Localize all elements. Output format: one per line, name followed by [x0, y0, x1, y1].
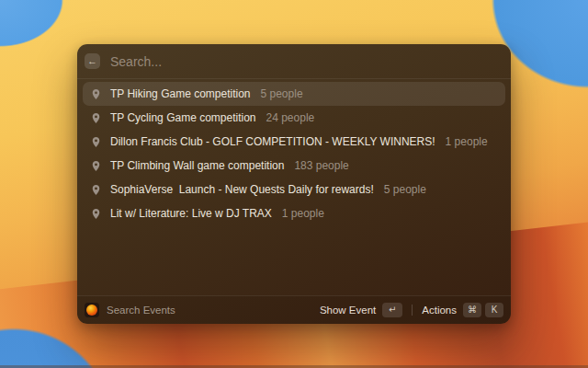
location-pin-icon — [90, 88, 102, 100]
extension-icon — [85, 303, 99, 317]
footer-divider — [412, 305, 413, 316]
event-title: TP Climbing Wall game competition — [110, 159, 284, 172]
footer-bar: Search Events Show Event ↵ Actions ⌘ K — [77, 295, 511, 324]
return-key-icon: ↵ — [382, 303, 402, 317]
event-people-count: 183 people — [294, 159, 348, 172]
event-row[interactable]: Dillon Francis Club - GOLF COMPETITION -… — [83, 130, 505, 154]
show-event-label: Show Event — [320, 305, 376, 316]
search-window: ← TP Hiking Game competition 5 people TP… — [77, 44, 511, 324]
extension-icon-orb — [86, 305, 97, 316]
location-pin-icon — [90, 184, 102, 196]
event-people-count: 1 people — [446, 135, 488, 148]
event-people-count: 5 people — [261, 87, 303, 100]
command-key-icon: ⌘ — [463, 303, 481, 317]
event-title: Dillon Francis Club - GOLF COMPETITION -… — [110, 135, 435, 148]
actions-shortcut: ⌘ K — [463, 303, 503, 317]
location-pin-icon — [90, 160, 102, 172]
event-people-count: 5 people — [384, 183, 426, 196]
event-people-count: 24 people — [266, 111, 315, 124]
back-arrow-icon: ← — [87, 56, 97, 66]
results-list: TP Hiking Game competition 5 people TP C… — [77, 79, 511, 228]
actions-label: Actions — [422, 305, 457, 316]
event-title: SophiaVerse Launch - New Quests Daily fo… — [110, 183, 374, 196]
event-row[interactable]: TP Climbing Wall game competition 183 pe… — [83, 154, 505, 178]
event-title: Lit w/ Literature: Live w DJ TRAX — [110, 207, 272, 220]
footer-actions: Show Event ↵ Actions ⌘ K — [320, 301, 503, 319]
back-button[interactable]: ← — [85, 53, 100, 69]
location-pin-icon — [90, 208, 102, 220]
event-row[interactable]: SophiaVerse Launch - New Quests Daily fo… — [83, 178, 505, 201]
event-people-count: 1 people — [282, 207, 324, 220]
location-pin-icon — [90, 112, 102, 124]
event-row[interactable]: TP Hiking Game competition 5 people — [83, 82, 505, 106]
event-row[interactable]: Lit w/ Literature: Live w DJ TRAX 1 peop… — [83, 201, 505, 225]
event-title: TP Hiking Game competition — [110, 87, 251, 100]
search-input[interactable] — [108, 53, 502, 70]
actions-menu-button[interactable]: Actions ⌘ K — [422, 301, 503, 319]
event-row[interactable]: TP Cycling Game competition 24 people — [83, 106, 505, 130]
extension-name-label: Search Events — [107, 305, 175, 316]
event-title: TP Cycling Game competition — [110, 111, 256, 124]
search-bar: ← — [77, 44, 511, 79]
k-key-icon: K — [485, 303, 503, 317]
show-event-action[interactable]: Show Event ↵ — [320, 301, 402, 319]
location-pin-icon — [90, 136, 102, 148]
